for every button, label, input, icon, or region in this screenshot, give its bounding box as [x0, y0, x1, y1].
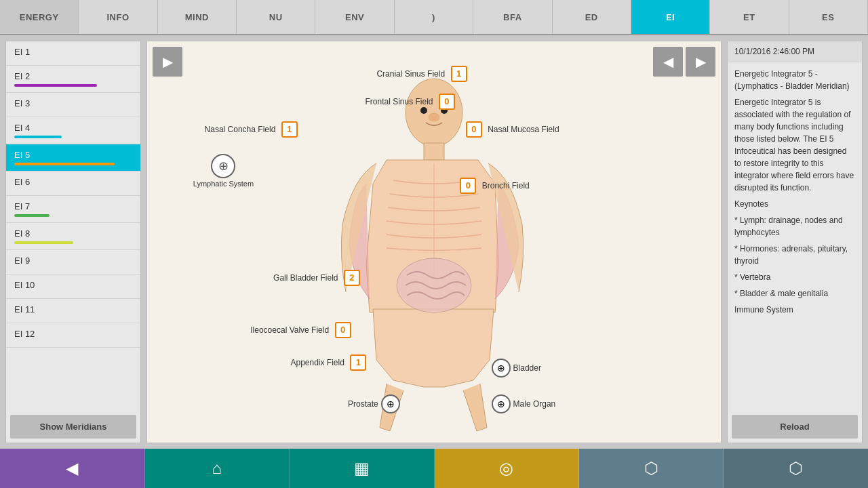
- prostate-zoom-button[interactable]: ⊕: [381, 394, 400, 413]
- appendix-label: Appendix Field 1: [291, 354, 364, 371]
- home-icon: ⌂: [212, 459, 222, 478]
- bladder-area: ⊕ Bladder: [492, 359, 541, 378]
- nav-tab-info[interactable]: INFO: [79, 0, 157, 34]
- back-icon: ◀: [66, 459, 78, 478]
- nasal-concha-badge: 1: [281, 121, 298, 138]
- appendix-badge: 1: [350, 354, 366, 371]
- nav-tab-es[interactable]: ES: [789, 0, 868, 34]
- lymphatic-system-area: ⊕ Lymphatic System: [193, 154, 254, 188]
- nav-tab-ed[interactable]: ED: [553, 0, 631, 34]
- sidebar-item-ei1[interactable]: EI 1: [6, 41, 140, 66]
- ileocoecal-badge: 0: [335, 322, 351, 338]
- nasal-mucosa-badge: 0: [466, 121, 482, 138]
- lymphatic-zoom-button[interactable]: ⊕: [211, 154, 235, 178]
- sidebar-item-ei9[interactable]: EI 9: [6, 250, 140, 274]
- sidebar-list: EI 1EI 2EI 3EI 4EI 5EI 6EI 7EI 8EI 9EI 1…: [6, 41, 140, 411]
- chart-button[interactable]: ▦: [290, 449, 435, 488]
- sidebar-item-ei5[interactable]: EI 5: [6, 144, 140, 171]
- sidebar-bar-ei5: [14, 163, 115, 165]
- keynote-1: * Lymph: drainage, nodes and lymphocytes: [734, 214, 855, 239]
- chart-icon: ▦: [354, 459, 370, 478]
- prev-arrow-button[interactable]: ◀: [653, 47, 683, 77]
- gall-bladder-label: Gall Bladder Field 2: [273, 270, 357, 286]
- svg-point-3: [397, 258, 471, 312]
- body-area: ▶ ◀ ▶: [147, 41, 721, 443]
- immune-system: Immune System: [734, 304, 855, 316]
- info-title: Energetic Integrator 5 - (Lymphatics - B…: [734, 68, 855, 92]
- nav-tab-ei[interactable]: EI: [631, 0, 710, 34]
- cranial-sinus-label: Cranial Sinus Field 1: [376, 66, 464, 82]
- sidebar-item-label-ei3: EI 3: [14, 98, 132, 108]
- info-content: Energetic Integrator 5 - (Lymphatics - B…: [728, 62, 862, 411]
- nav-tab-bfa[interactable]: BFA: [473, 0, 552, 34]
- nav-tab-et[interactable]: ET: [710, 0, 789, 34]
- info-body: Energetic Integrator 5 is associated wit…: [734, 96, 855, 194]
- sidebar-item-ei8[interactable]: EI 8: [6, 223, 140, 250]
- keynotes-title: Keynotes: [734, 198, 855, 210]
- next-arrow-button[interactable]: ▶: [686, 47, 715, 77]
- right-panel: 10/1/2016 2:46:00 PM Energetic Integrato…: [727, 41, 863, 443]
- back-button[interactable]: ◀: [0, 449, 145, 488]
- keynote-4: * Bladder & male genitalia: [734, 287, 855, 300]
- video-button[interactable]: ▶: [153, 47, 182, 77]
- sidebar-bar-ei8: [14, 241, 73, 244]
- sidebar-item-label-ei1: EI 1: [14, 47, 132, 57]
- sidebar-item-label-ei12: EI 12: [14, 329, 132, 339]
- svg-point-0: [406, 79, 462, 146]
- sidebar-item-label-ei9: EI 9: [14, 256, 132, 266]
- sidebar-item-ei4[interactable]: EI 4: [6, 117, 140, 144]
- camera-icon: ⬡: [644, 459, 658, 478]
- camera-button[interactable]: ⬡: [579, 449, 724, 488]
- nav-tab-energy[interactable]: ENERGY: [0, 0, 79, 34]
- show-meridians-button[interactable]: Show Meridians: [10, 415, 136, 439]
- bronchi-badge: 0: [460, 178, 476, 194]
- analytics-icon: ◎: [499, 459, 513, 478]
- sidebar-item-ei11[interactable]: EI 11: [6, 299, 140, 323]
- male-organ-area: ⊕ Male Organ: [492, 394, 556, 413]
- left-arrow-icon: ◀: [663, 54, 673, 70]
- frontal-sinus-label: Frontal Sinus Field 0: [365, 94, 452, 110]
- sidebar-bar-ei2: [14, 84, 97, 87]
- reload-button[interactable]: Reload: [732, 415, 858, 439]
- play-icon: ▶: [163, 54, 173, 70]
- camera2-icon: ⬡: [789, 459, 803, 478]
- sidebar-item-label-ei5: EI 5: [14, 150, 132, 160]
- sidebar-item-label-ei8: EI 8: [14, 228, 132, 239]
- center-panel: ▶ ◀ ▶: [146, 41, 722, 443]
- bronchi-label: 0 Bronchi Field: [462, 178, 529, 194]
- nav-tab-mind[interactable]: MIND: [158, 0, 237, 34]
- right-arrow-icon: ▶: [696, 54, 706, 70]
- home-button[interactable]: ⌂: [145, 449, 290, 488]
- sidebar-item-ei3[interactable]: EI 3: [6, 93, 140, 117]
- male-organ-zoom-button[interactable]: ⊕: [492, 394, 511, 413]
- nasal-mucosa-label: 0 Nasal Mucosa Field: [469, 121, 559, 138]
- nav-tab-icon6[interactable]: ): [395, 0, 473, 34]
- sidebar-item-ei7[interactable]: EI 7: [6, 196, 140, 223]
- nav-tab-nu[interactable]: NU: [237, 0, 315, 34]
- nav-arrows: ◀ ▶: [653, 47, 715, 77]
- nasal-concha-label: Nasal Concha Field 1: [205, 121, 295, 138]
- sidebar-bar-ei4: [14, 136, 62, 138]
- sidebar-item-ei10[interactable]: EI 10: [6, 274, 140, 299]
- datetime-display: 10/1/2016 2:46:00 PM: [728, 41, 862, 62]
- svg-point-6: [429, 113, 439, 121]
- sidebar-item-ei6[interactable]: EI 6: [6, 171, 140, 196]
- top-navigation: ENERGYINFOMINDNUENV)BFAEDEIETES: [0, 0, 868, 35]
- frontal-sinus-badge: 0: [439, 94, 455, 110]
- analytics-button[interactable]: ◎: [435, 449, 580, 488]
- main-content: EI 1EI 2EI 3EI 4EI 5EI 6EI 7EI 8EI 9EI 1…: [0, 35, 868, 449]
- sidebar-item-ei12[interactable]: EI 12: [6, 323, 140, 348]
- camera2-button[interactable]: ⬡: [724, 449, 869, 488]
- keynote-2: * Hormones: adrenals, pituitary, thyroid: [734, 243, 855, 267]
- nav-tab-env[interactable]: ENV: [315, 0, 394, 34]
- sidebar-item-label-ei6: EI 6: [14, 177, 132, 187]
- bladder-zoom-button[interactable]: ⊕: [492, 359, 511, 378]
- sidebar-item-label-ei11: EI 11: [14, 304, 132, 314]
- sidebar-item-ei2[interactable]: EI 2: [6, 66, 140, 93]
- ileocoecal-label: Ileocoecal Valve Field 0: [250, 322, 348, 338]
- keynote-3: * Vertebra: [734, 271, 855, 283]
- sidebar-item-label-ei4: EI 4: [14, 123, 132, 133]
- prostate-area: Prostate ⊕: [348, 394, 400, 413]
- svg-rect-1: [424, 143, 444, 160]
- sidebar-bar-ei7: [14, 214, 50, 217]
